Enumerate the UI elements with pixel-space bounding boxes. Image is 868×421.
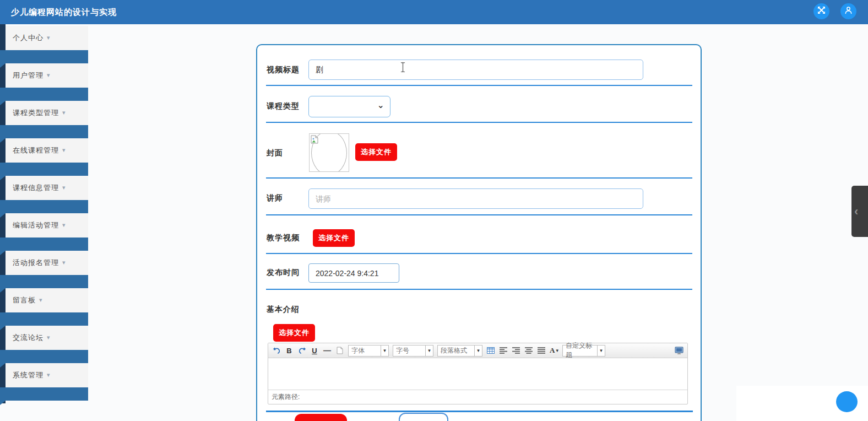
sidebar-item-label: 系统管理 <box>13 370 44 380</box>
sidebar-item-label: 课程信息管理 <box>13 183 59 193</box>
sidebar-divider-ribbon <box>0 350 88 363</box>
sidebar-item-label: 在线课程管理 <box>13 145 59 155</box>
chevron-left-icon: ‹ <box>854 204 858 219</box>
row-divider <box>266 177 692 179</box>
sidebar-item-label: 活动报名管理 <box>13 258 59 268</box>
video-title-label: 视频标题 <box>267 65 300 75</box>
paragraph-format-select[interactable]: 段落格式 ▾ <box>437 345 482 357</box>
back-to-top-button[interactable] <box>836 391 858 412</box>
broken-image-icon <box>311 135 318 146</box>
sidebar-item-course-type-management[interactable]: 课程类型管理 ▾ <box>6 101 88 125</box>
reset-button[interactable] <box>399 413 448 421</box>
lecturer-input[interactable] <box>308 188 643 209</box>
sidebar-item-label: 交流论坛 <box>13 333 44 343</box>
sidebar-item-message-board[interactable]: 留言板 ▾ <box>6 288 88 312</box>
caret-down-icon: ▾ <box>598 345 605 357</box>
sidebar-item-activity-signup-management[interactable]: 活动报名管理 ▾ <box>6 251 88 275</box>
app-page: 少儿编程网站的设计与实现 <box>0 0 868 421</box>
row-divider <box>266 122 692 123</box>
sidebar-item-user-management[interactable]: 用户管理 ▾ <box>6 63 88 88</box>
person-icon <box>844 6 853 17</box>
course-type-label: 课程类型 <box>267 101 300 111</box>
caret-down-icon: ▾ <box>62 184 66 191</box>
caret-down-icon: ▾ <box>47 371 50 379</box>
sidebar-item-label: 课程类型管理 <box>13 108 59 118</box>
sidebar-divider-ribbon <box>0 88 88 101</box>
sidebar-item-course-info-management[interactable]: 课程信息管理 ▾ <box>6 176 88 200</box>
font-family-value: 字体 <box>348 345 381 357</box>
fullscreen-editor-icon[interactable] <box>675 345 683 356</box>
collapse-panel-tab[interactable]: ‹ <box>851 186 868 237</box>
app-title: 少儿编程网站的设计与实现 <box>11 7 117 18</box>
element-path-label: 元素路径: <box>272 392 300 402</box>
horizontal-rule-button[interactable]: — <box>323 345 332 356</box>
fullscreen-button[interactable] <box>813 3 829 19</box>
video-edit-form: 视频标题 课程类型 ⌄ 封面 <box>256 44 702 421</box>
sidebar-divider-ribbon <box>0 312 88 326</box>
text-cursor-pointer <box>399 62 406 75</box>
redo-icon[interactable] <box>297 345 306 356</box>
caret-down-icon: ▾ <box>556 348 558 353</box>
teaching-video-label: 教学视频 <box>267 233 300 243</box>
sidebar-item-system-management[interactable]: 系统管理 ▾ <box>6 363 88 387</box>
caret-down-icon: ▾ <box>475 345 482 357</box>
course-type-select[interactable]: ⌄ <box>308 96 390 117</box>
submit-button[interactable] <box>295 414 347 421</box>
top-navbar: 少儿编程网站的设计与实现 <box>0 0 868 24</box>
sidebar-divider-ribbon <box>0 163 88 176</box>
sidebar-item-edit-activity-management[interactable]: 编辑活动管理 ▾ <box>6 213 88 238</box>
custom-title-value: 自定义标题 <box>562 345 598 357</box>
font-family-select[interactable]: 字体 ▾ <box>348 345 389 357</box>
row-divider <box>266 411 693 412</box>
underline-button[interactable]: U <box>310 345 319 356</box>
lecturer-label: 讲师 <box>267 193 283 203</box>
sidebar-item-online-course-management[interactable]: 在线课程管理 ▾ <box>6 138 88 163</box>
custom-title-select[interactable]: 自定义标题 ▾ <box>562 345 605 357</box>
editor-toolbar: B U — 字体 ▾ <box>268 343 687 358</box>
row-divider <box>266 289 692 290</box>
cover-choose-file-button[interactable]: 选择文件 <box>355 143 397 161</box>
sidebar-item-forum[interactable]: 交流论坛 ▾ <box>6 326 88 350</box>
caret-down-icon: ▾ <box>47 34 50 41</box>
select-caret-icon: ⌄ <box>377 100 384 110</box>
editor-content-area[interactable] <box>268 358 687 390</box>
publish-time-label: 发布时间 <box>267 268 300 278</box>
caret-down-icon: ▾ <box>381 345 389 357</box>
user-profile-button[interactable] <box>840 3 856 19</box>
bold-button[interactable]: B <box>285 345 294 356</box>
cover-label: 封面 <box>267 148 283 158</box>
paragraph-format-value: 段落格式 <box>437 345 475 357</box>
align-center-icon[interactable] <box>524 345 533 356</box>
row-divider <box>266 214 692 215</box>
sidebar-item-personal-center[interactable]: 个人中心 ▾ <box>6 26 88 50</box>
align-left-icon[interactable] <box>499 345 508 356</box>
editor-status-bar: 元素路径: <box>268 390 687 404</box>
publish-time-input[interactable] <box>308 263 399 283</box>
caret-down-icon: ▾ <box>62 147 66 154</box>
insert-table-icon[interactable] <box>486 345 495 356</box>
caret-down-icon: ▾ <box>62 109 66 116</box>
undo-icon[interactable] <box>272 345 281 356</box>
sidebar-nav: 个人中心 ▾ 用户管理 ▾ 课程类型管理 ▾ 在线课程管理 ▾ <box>0 24 88 401</box>
align-justify-icon[interactable] <box>537 345 546 356</box>
expand-arrows-icon <box>817 6 826 17</box>
intro-choose-file-button[interactable]: 选择文件 <box>273 324 315 342</box>
caret-down-icon: ▾ <box>47 72 50 79</box>
teaching-video-choose-file-button[interactable]: 选择文件 <box>313 229 355 247</box>
sidebar-divider-ribbon <box>0 275 88 288</box>
font-size-value: 字号 <box>393 345 426 357</box>
sidebar-item-label: 编辑活动管理 <box>13 220 59 230</box>
align-right-icon[interactable] <box>512 345 520 356</box>
rich-text-editor: B U — 字体 ▾ <box>268 343 688 404</box>
sidebar-item-label: 留言板 <box>13 295 36 305</box>
sidebar-divider-ribbon <box>0 200 88 213</box>
sidebar-divider-ribbon <box>0 238 88 251</box>
video-title-input[interactable] <box>308 60 643 80</box>
font-color-button[interactable]: A ▾ <box>550 345 558 356</box>
caret-down-icon: ▾ <box>62 222 66 229</box>
row-divider <box>266 85 692 86</box>
new-page-icon[interactable] <box>335 345 344 356</box>
sidebar-item-label: 用户管理 <box>13 71 44 80</box>
font-size-select[interactable]: 字号 ▾ <box>393 345 433 357</box>
intro-label: 基本介绍 <box>267 305 300 315</box>
